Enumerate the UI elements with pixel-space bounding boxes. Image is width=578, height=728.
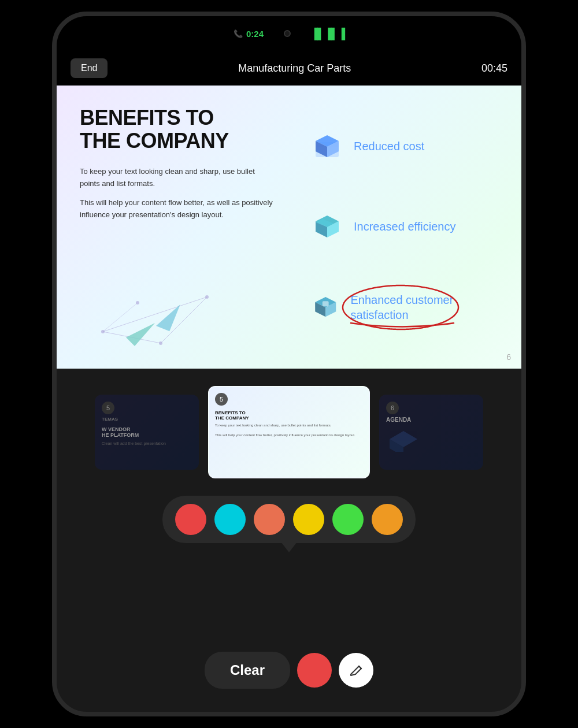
slide-left-column: BENEFITS TO THE COMPANY To keep your tex… [80,106,276,348]
thumb-title-2: BENEFITS TOTHE COMPANY [215,410,363,421]
slide-body: To keep your text looking clean and shar… [80,166,276,221]
dynamic-island: 📞 0:24 ▐▌▐▌▐ [225,23,353,44]
phone-frame: 📞 0:24 ▐▌▐▌▐ End Manufacturing Car Parts… [52,12,526,716]
thumb-num-2: 5 [215,393,228,406]
color-swatch-amber[interactable] [372,504,403,535]
svg-rect-11 [323,301,329,306]
pencil-tool-button[interactable] [339,653,373,688]
color-swatch-red[interactable] [175,504,206,535]
benefit-label-2: Increased efficiency [354,220,455,233]
increased-efficiency-icon [311,211,343,243]
color-swatch-cyan[interactable] [214,504,246,535]
header-bar: End Manufacturing Car Parts 00:45 [57,51,521,86]
color-swatch-green[interactable] [332,504,364,535]
thumb-num-3: 6 [386,402,399,414]
color-swatch-yellow[interactable] [293,504,324,535]
thumb-body-2: To keep your text looking clean and shar… [215,423,363,437]
pencil-icon [349,663,364,678]
enhanced-customer-icon [311,291,340,324]
clear-button[interactable]: Clear [205,652,290,689]
underline-annotation [350,320,454,332]
phone-icon: 📞 [234,29,243,38]
slide-content: BENEFITS TO THE COMPANY To keep your tex… [57,86,521,369]
thumb-title-1: TEMAS [102,417,192,422]
benefit-item-1: Reduced cost [311,131,498,163]
reduced-cost-icon [311,131,343,163]
thumbnail-strip: 5 TEMAS W VENDORHE PLATFORM Clean will a… [57,374,521,490]
highlighted-benefit-3: Enhanced customer satisfaction [350,292,498,322]
slide-display: BENEFITS TO THE COMPANY To keep your tex… [57,86,521,369]
benefit-item-3: Enhanced customer satisfaction [311,291,498,324]
annotation-toolbar: Clear [173,652,405,689]
session-timer: 00:45 [481,62,507,75]
slide-right-column: Reduced cost Increased efficiency [276,106,498,348]
thumbnail-1[interactable]: 5 TEMAS W VENDORHE PLATFORM Clean will a… [95,395,199,470]
call-indicator: 📞 0:24 [234,29,264,39]
thumbnail-3[interactable]: 6 AGENDA [379,395,483,470]
thumb-num-1: 5 [102,402,114,414]
thumb-subtitle-1: W VENDORHE PLATFORM [102,426,192,438]
color-swatch-orange[interactable] [254,504,285,535]
waveform-icon: ▐▌▐▌▐ [310,28,344,40]
status-bar: 📞 0:24 ▐▌▐▌▐ [57,16,521,51]
thumb-title-3: AGENDA [386,417,476,423]
thumbnail-2-active[interactable]: 5 BENEFITS TOTHE COMPANY To keep your te… [208,386,370,478]
presentation-title: Manufacturing Car Parts [238,62,351,75]
thumb-body-1: Clean will add the best presentation [102,441,192,445]
slide-title: BENEFITS TO THE COMPANY [80,106,276,152]
end-call-button[interactable]: End [71,58,108,78]
active-color-button[interactable] [297,653,332,688]
benefit-label-1: Reduced cost [354,140,424,153]
color-palette-popup [162,496,416,543]
benefit-item-2: Increased efficiency [311,211,498,243]
camera-dot [284,30,291,37]
call-time: 0:24 [246,29,264,39]
